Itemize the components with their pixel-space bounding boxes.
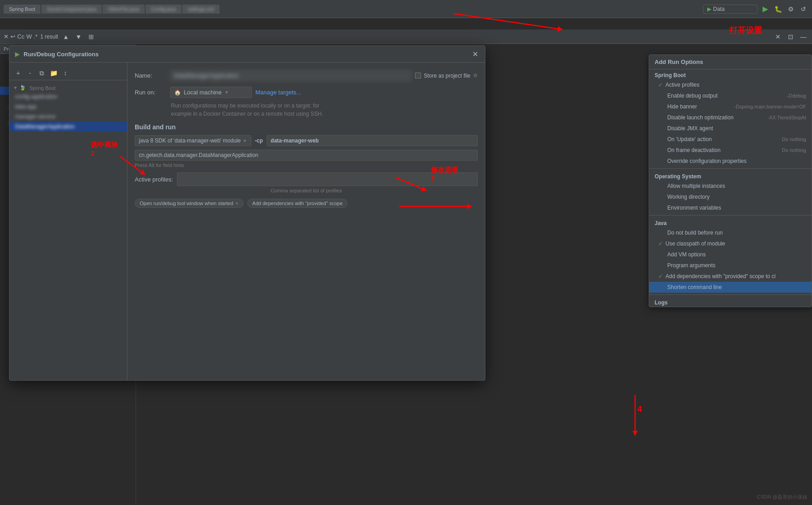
run-config-name: Data bbox=[713, 6, 724, 12]
panel-item-env-vars[interactable]: Environment variables bbox=[649, 202, 812, 213]
disable-launch-label: Disable launch optimization bbox=[667, 114, 765, 121]
profiles-hint: Comma separated list of profiles bbox=[135, 188, 478, 193]
prev-result-icon[interactable]: ▲ bbox=[61, 32, 71, 42]
java-sdk-dropdown[interactable]: java 8 SDK of 'data-manager-web' module … bbox=[135, 135, 251, 146]
panel-section-java: Java bbox=[649, 217, 812, 227]
panel-item-frame-deactivation[interactable]: On frame deactivation Do nothing bbox=[649, 145, 812, 156]
panel-item-multiple-instances[interactable]: Allow multiple instances bbox=[649, 181, 812, 191]
main-class-input[interactable] bbox=[135, 150, 478, 161]
panel-item-disable-launch[interactable]: Disable launch optimization -XX:TieredSt… bbox=[649, 112, 812, 123]
dialog-close-button[interactable]: ✕ bbox=[470, 49, 479, 59]
cp-input[interactable]: data-manager-web bbox=[267, 135, 478, 146]
option-open-debug-tag[interactable]: Open run/debug tool window when started … bbox=[135, 199, 244, 208]
panel-item-debug-output[interactable]: Enable debug output -Ddebug bbox=[649, 90, 812, 101]
close-search-icon[interactable]: ✕ bbox=[4, 33, 9, 40]
frame-deactivation-value: Do nothing bbox=[782, 147, 806, 153]
build-run-header: Build and run bbox=[135, 123, 478, 131]
debug-output-value: -Ddebug bbox=[787, 93, 806, 98]
minimize-icon[interactable]: — bbox=[798, 32, 808, 42]
add-dep-button[interactable]: Add dependencies with "provided" scope bbox=[247, 199, 347, 208]
update-button[interactable]: ↺ bbox=[798, 4, 808, 14]
hide-banner-label: Hide banner bbox=[667, 103, 731, 110]
dialog-title: Run/Debug Configurations bbox=[24, 51, 98, 58]
panel-item-add-dep-provided[interactable]: ✓ Add dependencies with "provided" scope… bbox=[649, 271, 812, 282]
undo-icon[interactable]: ↩ bbox=[10, 33, 15, 40]
no-build-label: Do not build before run bbox=[667, 230, 806, 236]
sidebar-section-springboot[interactable]: ▼ 🍃 Spring Boot bbox=[10, 82, 127, 92]
copy-config-button[interactable]: ⧉ bbox=[37, 68, 47, 78]
maximize-icon[interactable]: ⊡ bbox=[786, 32, 796, 42]
panel-section-springboot: Spring Boot bbox=[649, 69, 812, 79]
tab-4[interactable]: Config.java bbox=[146, 5, 181, 14]
sidebar-item-2[interactable]: data-app bbox=[10, 102, 127, 112]
debug-output-label: Enable debug output bbox=[667, 93, 784, 99]
dialog-sidebar: + - ⧉ 📁 ↕ ▼ 🍃 Spring Boot config-applica… bbox=[10, 63, 127, 380]
panel-item-no-build[interactable]: Do not build before run bbox=[649, 227, 812, 238]
disable-jmx-label: Disable JMX agent bbox=[667, 125, 803, 132]
name-input[interactable] bbox=[170, 70, 411, 81]
sort-config-button[interactable]: ↕ bbox=[60, 68, 70, 78]
store-project-checkbox[interactable] bbox=[415, 73, 421, 78]
remove-config-button[interactable]: - bbox=[25, 68, 35, 78]
divider-2 bbox=[649, 215, 812, 216]
panel-item-use-classpath[interactable]: ✓ Use classpath of module bbox=[649, 238, 812, 249]
tab-2[interactable]: SomeComponent.java bbox=[41, 5, 102, 14]
run-on-row: Run on: 🏠 Local machine ▼ Manage targets… bbox=[135, 87, 478, 98]
panel-item-shorten-cmd[interactable]: Shorten command line bbox=[649, 282, 812, 293]
run-button[interactable]: ▶ bbox=[760, 4, 770, 14]
panel-item-vm-options[interactable]: Add VM options bbox=[649, 249, 812, 260]
use-classpath-label: Use classpath of module bbox=[665, 240, 806, 247]
home-icon: 🏠 bbox=[174, 89, 181, 96]
run-on-value: Local machine bbox=[184, 89, 222, 96]
run-on-dropdown[interactable]: 🏠 Local machine ▼ bbox=[170, 87, 252, 98]
tab-properties-component[interactable]: Spring Boot bbox=[4, 5, 40, 14]
sidebar-item-1[interactable]: config-application bbox=[10, 92, 127, 102]
active-profiles-input[interactable] bbox=[177, 172, 478, 186]
store-project-file-row: Store as project file ⚙ bbox=[415, 73, 478, 79]
add-config-button[interactable]: + bbox=[13, 68, 23, 78]
check-use-classpath-icon: ✓ bbox=[658, 240, 663, 247]
manage-targets-link[interactable]: Manage targets... bbox=[255, 89, 301, 96]
store-gear-icon[interactable]: ⚙ bbox=[473, 73, 478, 78]
dropdown-arrow-icon: ▼ bbox=[225, 90, 229, 95]
frame-deactivation-label: On frame deactivation bbox=[667, 147, 779, 153]
multiple-instances-label: Allow multiple instances bbox=[667, 183, 806, 189]
case-sensitive-icon[interactable]: Cc bbox=[17, 33, 24, 40]
active-profiles-label: Active profiles: bbox=[135, 176, 173, 183]
add-dep-provided-label: Add dependencies with "provided" scope t… bbox=[665, 273, 806, 279]
sdk-dropdown-arrow: ▼ bbox=[243, 138, 247, 143]
settings-button[interactable]: ⚙ bbox=[786, 4, 796, 14]
panel-item-working-dir[interactable]: Working directory bbox=[649, 191, 812, 202]
panel-item-active-profiles[interactable]: ✓ Active profiles bbox=[649, 79, 812, 90]
regex-icon[interactable]: .* bbox=[34, 33, 38, 40]
sidebar-item-3[interactable]: manager-service bbox=[10, 112, 127, 122]
folder-config-button[interactable]: 📁 bbox=[49, 68, 59, 78]
panel-section-logs: Logs bbox=[649, 297, 812, 307]
env-vars-label: Environment variables bbox=[667, 205, 806, 211]
springboot-icon: 🍃 bbox=[20, 85, 26, 91]
dialog-icon: ▶ bbox=[15, 50, 20, 58]
divider-3 bbox=[649, 294, 812, 295]
close-toolbar-icon[interactable]: ✕ bbox=[773, 32, 783, 42]
panel-item-disable-jmx[interactable]: Disable JMX agent bbox=[649, 123, 812, 134]
next-result-icon[interactable]: ▼ bbox=[73, 32, 83, 42]
check-add-dep-icon: ✓ bbox=[658, 273, 663, 279]
dialog-body: + - ⧉ 📁 ↕ ▼ 🍃 Spring Boot config-applica… bbox=[10, 63, 485, 380]
debug-button[interactable]: 🐛 bbox=[773, 4, 783, 14]
run-config-dropdown[interactable]: ▶ Data bbox=[703, 5, 758, 14]
sidebar-section-label: Spring Boot bbox=[29, 85, 55, 91]
sidebar-item-selected[interactable]: DataManagerApplication bbox=[10, 122, 127, 132]
active-profiles-item-label: Active profiles bbox=[665, 82, 803, 88]
tab-5[interactable]: settings.xml bbox=[182, 5, 220, 14]
panel-header: Add Run Options bbox=[649, 55, 812, 69]
tab-3[interactable]: OtherFile.java bbox=[103, 5, 144, 14]
filter-icon[interactable]: ⊞ bbox=[86, 32, 96, 42]
store-project-label: Store as project file bbox=[424, 73, 470, 79]
panel-item-program-args[interactable]: Program arguments bbox=[649, 260, 812, 271]
word-icon[interactable]: W bbox=[26, 33, 32, 40]
option-close-icon[interactable]: ✕ bbox=[235, 201, 239, 206]
panel-item-hide-banner[interactable]: Hide banner -Dspring.main.banner-mode=OF bbox=[649, 101, 812, 112]
working-dir-label: Working directory bbox=[667, 194, 806, 200]
panel-item-update-action[interactable]: On 'Update' action Do nothing bbox=[649, 134, 812, 145]
panel-item-override-config[interactable]: Override configuration properties bbox=[649, 156, 812, 167]
